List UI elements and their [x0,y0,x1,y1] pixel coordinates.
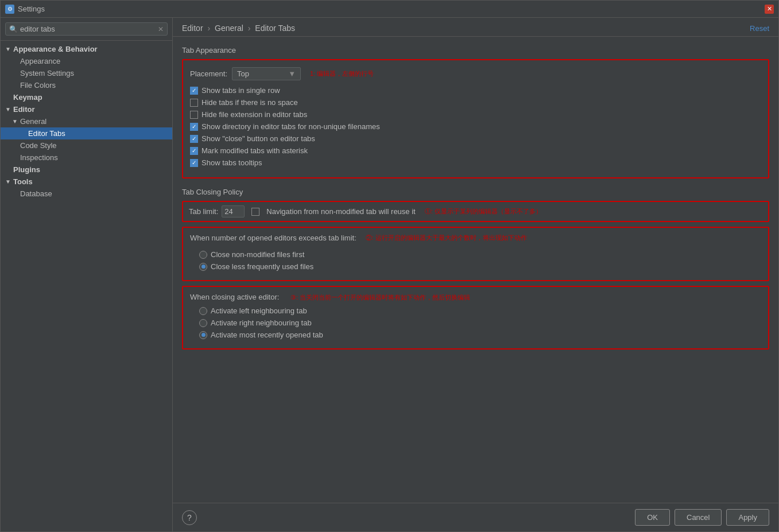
radio-label: Close non-modified files first [211,250,304,259]
content-body: Tab Appearance Placement: Top ▼ 1: 编辑器，左… [173,37,778,503]
sidebar-item-general[interactable]: ▼ General [1,115,172,127]
radio-icon[interactable] [199,319,207,327]
clear-search-icon[interactable]: ✕ [158,25,164,33]
radio-activate-right: Activate right neighbouring tab [190,319,761,327]
sidebar-item-label: Appearance [20,57,168,65]
sidebar-item-inspections[interactable]: Inspections [1,152,172,164]
tab-appearance-box: Placement: Top ▼ 1: 编辑器，左侧的行号 ✓ Show tab… [182,59,769,178]
sidebar-item-label: Appearance & Behavior [13,45,168,53]
tab-limit-row: Tab limit: Navigation from non-modified … [182,201,769,222]
radio-icon[interactable] [199,251,207,259]
cancel-button[interactable]: Cancel [675,509,722,526]
navigation-checkbox[interactable] [251,208,259,216]
sidebar-item-label: System Settings [20,69,168,77]
checkbox-icon[interactable]: ✓ [190,135,198,143]
sidebar-item-appearance[interactable]: Appearance [1,55,172,67]
checkbox-label: Show directory in editor tabs for non-un… [201,122,380,131]
radio-activate-recent: Activate most recently opened tab [190,331,761,339]
sidebar-item-label: Keymap [13,93,168,102]
search-box: 🔍 ✕ [1,18,172,41]
close-button[interactable]: ✕ [765,5,774,14]
sidebar-item-tools[interactable]: ▼ Tools [1,176,172,188]
radio-label: Activate left neighbouring tab [211,306,307,315]
checkbox-icon[interactable]: ✓ [190,123,198,131]
tab-closing-policy-title: Tab Closing Policy [182,188,769,196]
exceeded-header: When number of opened editors exceeds ta… [190,234,761,246]
annotation-2: ①: 仅显示于某列的编辑器（显示不了多） [425,207,542,216]
checkbox-show-tooltips: ✓ Show tabs tooltips [190,158,761,167]
checkbox-hide-no-space: Hide tabs if there is no space [190,98,761,107]
annotation-3: ②: 运行开启的编辑器大于最大的个数时，将出现如下动作 [366,234,527,242]
tab-limit-label: Tab limit: [189,207,218,216]
sidebar-item-plugins[interactable]: Plugins [1,164,172,176]
sidebar: 🔍 ✕ ▼ Appearance & Behavior Appearance [1,18,173,531]
checkbox-icon[interactable] [190,111,198,119]
closing-active-box: When closing active editor: ③: 当关闭当前一个打开… [182,286,769,350]
radio-icon[interactable] [199,307,207,315]
radio-label: Close less frequently used files [211,262,313,271]
checkbox-hide-extension: Hide file extension in editor tabs [190,110,761,119]
radio-icon[interactable] [199,331,207,339]
settings-window: ⚙ Settings ✕ 🔍 ✕ ▼ Appearance & Behavior [0,0,779,532]
checkbox-mark-modified: ✓ Mark modified tabs with asterisk [190,146,761,155]
breadcrumb-separator: › [207,24,212,33]
checkbox-label: Hide file extension in editor tabs [201,110,307,119]
checkbox-label: Show tabs tooltips [201,158,262,167]
sidebar-item-file-colors[interactable]: File Colors [1,79,172,91]
closing-active-header: When closing active editor: ③: 当关闭当前一个打开… [190,293,761,302]
placement-label: Placement: [190,69,227,78]
sidebar-item-appearance-behavior[interactable]: ▼ Appearance & Behavior [1,43,172,55]
sidebar-item-label: File Colors [20,81,168,90]
breadcrumb-part-3: Editor Tabs [255,24,295,33]
breadcrumb: Editor › General › Editor Tabs [182,24,295,33]
help-button[interactable]: ? [182,510,197,525]
sidebar-item-database[interactable]: Database [1,188,172,200]
reset-link[interactable]: Reset [750,24,769,33]
checkbox-icon[interactable]: ✓ [190,159,198,167]
sidebar-item-label: Inspections [20,153,168,162]
sidebar-item-editor-tabs[interactable]: Editor Tabs [1,127,172,139]
checkbox-label: Show "close" button on editor tabs [201,134,315,143]
navigation-label: Navigation from non-modified tab will re… [266,207,415,216]
sidebar-item-label: General [20,117,168,126]
expand-arrow-icon: ▼ [12,118,20,125]
ok-button[interactable]: OK [635,509,670,526]
sidebar-item-label: Code Style [20,141,168,150]
placement-row: Placement: Top ▼ 1: 编辑器，左侧的行号 [190,67,761,80]
radio-label: Activate right neighbouring tab [211,319,312,327]
checkbox-icon[interactable] [190,99,198,107]
sidebar-item-system-settings[interactable]: System Settings [1,67,172,79]
search-input[interactable] [20,25,158,33]
sidebar-item-keymap[interactable]: Keymap [1,91,172,103]
tab-appearance-title: Tab Appearance [182,46,769,55]
main-content: 🔍 ✕ ▼ Appearance & Behavior Appearance [1,18,778,531]
checkbox-icon[interactable]: ✓ [190,147,198,155]
title-bar: ⚙ Settings ✕ [1,1,778,18]
tab-limit-input[interactable] [222,205,245,218]
checkbox-show-directory: ✓ Show directory in editor tabs for non-… [190,122,761,131]
window-icon: ⚙ [5,5,14,14]
content-panel: Editor › General › Editor Tabs Reset Tab… [173,18,778,531]
sidebar-tree: ▼ Appearance & Behavior Appearance Syste… [1,41,172,202]
radio-label: Activate most recently opened tab [211,331,323,339]
radio-close-less-frequent: Close less frequently used files [190,262,761,271]
dropdown-arrow-icon: ▼ [288,69,296,78]
placement-dropdown[interactable]: Top ▼ [232,67,301,80]
apply-button[interactable]: Apply [726,509,769,526]
radio-close-non-modified: Close non-modified files first [190,250,761,259]
expand-arrow-icon: ▼ [5,178,13,185]
sidebar-item-label: Editor Tabs [28,129,168,138]
radio-activate-left: Activate left neighbouring tab [190,306,761,315]
bottom-bar: ? OK Cancel Apply [173,503,778,531]
sidebar-item-editor[interactable]: ▼ Editor [1,103,172,115]
breadcrumb-part-1: Editor [182,24,203,33]
expand-arrow-icon: ▼ [5,46,13,52]
window-title: Settings [18,5,765,13]
sidebar-item-code-style[interactable]: Code Style [1,139,172,152]
exceeded-text: When number of opened editors exceeds ta… [190,234,356,242]
content-header: Editor › General › Editor Tabs Reset [173,18,778,37]
closing-active-text: When closing active editor: [190,293,279,301]
bottom-buttons: OK Cancel Apply [635,509,769,526]
radio-icon[interactable] [199,263,207,271]
checkbox-icon[interactable]: ✓ [190,87,198,95]
